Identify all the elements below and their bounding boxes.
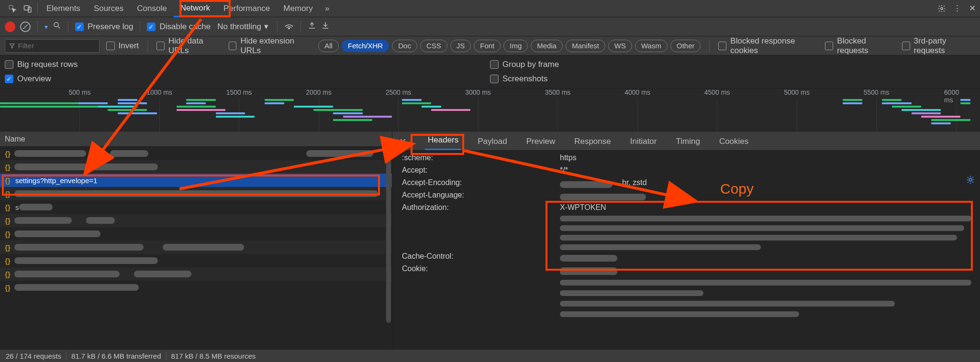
preserve-log-label: Preserve log: [88, 22, 133, 32]
details-tab-cookies[interactable]: Cookies: [716, 137, 751, 150]
overview-checkbox[interactable]: Overview: [5, 72, 490, 86]
header-row: Cookie:: [402, 263, 980, 318]
json-file-icon: {}: [4, 257, 11, 264]
request-row[interactable]: {}: [0, 254, 392, 267]
header-row: Accept-Encoding:br, zstd: [402, 177, 980, 190]
disable-cache-checkbox[interactable]: Disable cache: [147, 22, 211, 32]
details-tab-preview[interactable]: Preview: [523, 137, 558, 150]
json-file-icon: {}: [4, 163, 11, 171]
filter-input[interactable]: [18, 42, 95, 50]
blocked-cookies-checkbox[interactable]: Blocked response cookies: [718, 36, 818, 55]
pill-doc[interactable]: Doc: [392, 40, 417, 52]
third-party-checkbox[interactable]: 3rd-party requests: [902, 36, 975, 55]
tab-network[interactable]: Network: [174, 0, 217, 17]
header-value: br, zstd: [560, 178, 980, 187]
funnel-icon: [9, 43, 15, 49]
status-resources: 817 kB / 8.5 MB resources: [171, 352, 256, 360]
request-row[interactable]: {}: [0, 227, 392, 241]
screenshots-checkbox[interactable]: Screenshots: [490, 72, 975, 86]
network-timeline-overview[interactable]: 500 ms1000 ms1500 ms2000 ms2500 ms3000 m…: [0, 88, 980, 132]
details-tab-initiator[interactable]: Initiator: [627, 137, 660, 150]
filter-toggle-icon[interactable]: [45, 22, 48, 32]
timeline-tick: 4500 ms: [704, 88, 730, 96]
json-file-icon: {}: [4, 190, 11, 197]
request-row[interactable]: {}: [0, 160, 392, 174]
details-tab-payload[interactable]: Payload: [475, 137, 510, 150]
device-toolbar-icon[interactable]: [20, 1, 35, 16]
tab-memory[interactable]: Memory: [277, 0, 319, 17]
type-filter-pills: All Fetch/XHR Doc CSS JS Font Img Media …: [318, 40, 701, 52]
request-row[interactable]: {}: [0, 281, 392, 294]
filter-input-wrapper[interactable]: [5, 39, 100, 53]
kebab-menu-icon[interactable]: ⋮: [949, 1, 965, 16]
more-tabs-chevron-icon[interactable]: »: [320, 1, 335, 16]
timeline-tick: 3000 ms: [465, 88, 491, 96]
svg-point-5: [289, 28, 290, 29]
group-by-frame-checkbox[interactable]: Group by frame: [490, 57, 975, 72]
header-value: https: [560, 154, 980, 162]
json-file-icon: {}: [4, 230, 11, 238]
pill-other[interactable]: Other: [670, 40, 701, 52]
import-har-icon[interactable]: [321, 21, 330, 32]
blocked-requests-checkbox[interactable]: Blocked requests: [825, 36, 895, 55]
request-row[interactable]: {}: [0, 187, 392, 200]
header-key: Cache-Control:: [402, 252, 550, 261]
throttling-dropdown[interactable]: No throttling ▾: [215, 21, 270, 33]
record-button[interactable]: [5, 22, 15, 32]
pill-media[interactable]: Media: [531, 40, 563, 52]
scrollbar[interactable]: [386, 151, 391, 323]
details-tab-timing[interactable]: Timing: [673, 137, 702, 150]
tab-sources[interactable]: Sources: [87, 0, 130, 17]
network-conditions-icon[interactable]: [284, 22, 294, 32]
pill-wasm[interactable]: Wasm: [635, 40, 668, 52]
timeline-tick: 2000 ms: [306, 88, 332, 96]
request-row[interactable]: {}: [0, 241, 392, 254]
pill-ws[interactable]: WS: [608, 40, 632, 52]
request-row[interactable]: {}: [0, 147, 392, 160]
status-transferred: 81.7 kB / 6.6 MB transferred: [71, 352, 161, 360]
request-row[interactable]: {}s: [0, 200, 392, 214]
export-har-icon[interactable]: [308, 21, 316, 32]
details-tab-headers[interactable]: Headers: [425, 135, 461, 150]
pill-css[interactable]: CSS: [420, 40, 447, 52]
devtools-top-tabs: Elements Sources Console Network Perform…: [0, 0, 980, 17]
headers-body: :scheme:httpsAccept:*/*Accept-Encoding:b…: [392, 151, 980, 349]
request-list-panel: Name {}{}{}settings?http_envelope=1{}{}s…: [0, 132, 392, 349]
settings-gear-icon[interactable]: [934, 1, 949, 16]
timeline-tick: 3500 ms: [545, 88, 571, 96]
request-details-panel: ✕ Headers Payload Preview Response Initi…: [392, 132, 980, 349]
status-requests: 26 / 174 requests: [6, 352, 61, 360]
pill-fetch-xhr[interactable]: Fetch/XHR: [342, 40, 389, 52]
json-file-icon: {}: [4, 270, 11, 278]
header-value: */*: [560, 166, 980, 175]
search-icon[interactable]: [53, 21, 61, 32]
request-row[interactable]: {}: [0, 267, 392, 281]
pill-font[interactable]: Font: [474, 40, 501, 52]
clear-button[interactable]: [20, 22, 31, 32]
pill-js[interactable]: JS: [450, 40, 471, 52]
throttling-label: No throttling: [217, 22, 261, 32]
inspect-element-icon[interactable]: [5, 1, 20, 16]
header-row: Accept-Language:: [402, 190, 980, 202]
close-details-icon[interactable]: ✕: [397, 136, 409, 147]
header-value: X-WPTOKEN: [560, 203, 980, 250]
header-row: Accept:*/*: [402, 165, 980, 177]
invert-checkbox[interactable]: Invert: [106, 41, 139, 51]
timeline-tick: 500 ms: [69, 88, 91, 96]
tab-console[interactable]: Console: [130, 0, 173, 17]
pill-manifest[interactable]: Manifest: [566, 40, 605, 52]
pill-img[interactable]: Img: [503, 40, 528, 52]
svg-point-3: [941, 7, 943, 10]
details-tab-response[interactable]: Response: [571, 137, 614, 150]
name-column-header[interactable]: Name: [0, 132, 392, 147]
preserve-log-checkbox[interactable]: Preserve log: [75, 22, 133, 32]
timeline-tick: 5500 ms: [864, 88, 890, 96]
pill-all[interactable]: All: [318, 40, 339, 52]
hide-extension-urls-checkbox[interactable]: Hide extension URLs: [229, 36, 312, 55]
tab-elements[interactable]: Elements: [40, 0, 87, 17]
hide-data-urls-checkbox[interactable]: Hide data URLs: [156, 36, 222, 55]
request-row[interactable]: {}settings?http_envelope=1: [0, 174, 392, 187]
big-rows-checkbox[interactable]: Big request rows: [5, 57, 490, 72]
tab-performance[interactable]: Performance: [217, 0, 277, 17]
request-row[interactable]: {}: [0, 214, 392, 227]
